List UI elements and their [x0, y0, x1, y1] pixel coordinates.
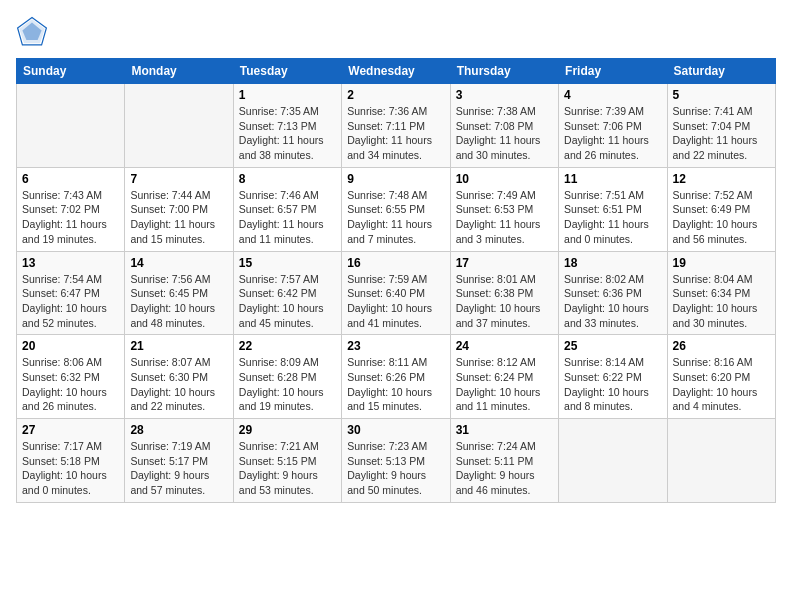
day-detail: Sunrise: 7:49 AMSunset: 6:53 PMDaylight:…: [456, 188, 553, 247]
week-row-5: 27Sunrise: 7:17 AMSunset: 5:18 PMDayligh…: [17, 419, 776, 503]
day-detail: Sunrise: 7:23 AMSunset: 5:13 PMDaylight:…: [347, 439, 444, 498]
day-number: 21: [130, 339, 227, 353]
day-detail: Sunrise: 7:36 AMSunset: 7:11 PMDaylight:…: [347, 104, 444, 163]
day-number: 13: [22, 256, 119, 270]
calendar-cell: 10Sunrise: 7:49 AMSunset: 6:53 PMDayligh…: [450, 167, 558, 251]
logo: [16, 16, 52, 48]
calendar-cell: 18Sunrise: 8:02 AMSunset: 6:36 PMDayligh…: [559, 251, 667, 335]
calendar-cell: 5Sunrise: 7:41 AMSunset: 7:04 PMDaylight…: [667, 84, 775, 168]
calendar-cell: 7Sunrise: 7:44 AMSunset: 7:00 PMDaylight…: [125, 167, 233, 251]
day-number: 9: [347, 172, 444, 186]
col-header-saturday: Saturday: [667, 59, 775, 84]
day-number: 12: [673, 172, 770, 186]
calendar-cell: 20Sunrise: 8:06 AMSunset: 6:32 PMDayligh…: [17, 335, 125, 419]
calendar-table: SundayMondayTuesdayWednesdayThursdayFrid…: [16, 58, 776, 503]
day-detail: Sunrise: 7:43 AMSunset: 7:02 PMDaylight:…: [22, 188, 119, 247]
calendar-cell: 16Sunrise: 7:59 AMSunset: 6:40 PMDayligh…: [342, 251, 450, 335]
day-detail: Sunrise: 8:09 AMSunset: 6:28 PMDaylight:…: [239, 355, 336, 414]
col-header-thursday: Thursday: [450, 59, 558, 84]
day-detail: Sunrise: 8:14 AMSunset: 6:22 PMDaylight:…: [564, 355, 661, 414]
day-detail: Sunrise: 7:57 AMSunset: 6:42 PMDaylight:…: [239, 272, 336, 331]
day-number: 19: [673, 256, 770, 270]
day-number: 11: [564, 172, 661, 186]
day-number: 1: [239, 88, 336, 102]
day-number: 7: [130, 172, 227, 186]
page-header: [16, 16, 776, 48]
calendar-cell: [125, 84, 233, 168]
day-number: 20: [22, 339, 119, 353]
col-header-sunday: Sunday: [17, 59, 125, 84]
day-detail: Sunrise: 7:56 AMSunset: 6:45 PMDaylight:…: [130, 272, 227, 331]
calendar-cell: 31Sunrise: 7:24 AMSunset: 5:11 PMDayligh…: [450, 419, 558, 503]
day-detail: Sunrise: 7:51 AMSunset: 6:51 PMDaylight:…: [564, 188, 661, 247]
calendar-cell: 6Sunrise: 7:43 AMSunset: 7:02 PMDaylight…: [17, 167, 125, 251]
calendar-cell: 11Sunrise: 7:51 AMSunset: 6:51 PMDayligh…: [559, 167, 667, 251]
week-row-1: 1Sunrise: 7:35 AMSunset: 7:13 PMDaylight…: [17, 84, 776, 168]
logo-icon: [16, 16, 48, 48]
day-number: 18: [564, 256, 661, 270]
day-number: 2: [347, 88, 444, 102]
day-detail: Sunrise: 7:39 AMSunset: 7:06 PMDaylight:…: [564, 104, 661, 163]
calendar-cell: [559, 419, 667, 503]
day-number: 4: [564, 88, 661, 102]
calendar-cell: 22Sunrise: 8:09 AMSunset: 6:28 PMDayligh…: [233, 335, 341, 419]
calendar-cell: 28Sunrise: 7:19 AMSunset: 5:17 PMDayligh…: [125, 419, 233, 503]
calendar-cell: 15Sunrise: 7:57 AMSunset: 6:42 PMDayligh…: [233, 251, 341, 335]
day-number: 28: [130, 423, 227, 437]
day-detail: Sunrise: 8:16 AMSunset: 6:20 PMDaylight:…: [673, 355, 770, 414]
calendar-cell: 8Sunrise: 7:46 AMSunset: 6:57 PMDaylight…: [233, 167, 341, 251]
calendar-cell: 21Sunrise: 8:07 AMSunset: 6:30 PMDayligh…: [125, 335, 233, 419]
day-detail: Sunrise: 7:21 AMSunset: 5:15 PMDaylight:…: [239, 439, 336, 498]
calendar-cell: 25Sunrise: 8:14 AMSunset: 6:22 PMDayligh…: [559, 335, 667, 419]
day-number: 22: [239, 339, 336, 353]
calendar-cell: 4Sunrise: 7:39 AMSunset: 7:06 PMDaylight…: [559, 84, 667, 168]
day-detail: Sunrise: 7:35 AMSunset: 7:13 PMDaylight:…: [239, 104, 336, 163]
calendar-cell: 2Sunrise: 7:36 AMSunset: 7:11 PMDaylight…: [342, 84, 450, 168]
calendar-cell: 12Sunrise: 7:52 AMSunset: 6:49 PMDayligh…: [667, 167, 775, 251]
day-number: 6: [22, 172, 119, 186]
col-header-friday: Friday: [559, 59, 667, 84]
calendar-cell: 3Sunrise: 7:38 AMSunset: 7:08 PMDaylight…: [450, 84, 558, 168]
day-number: 5: [673, 88, 770, 102]
day-number: 26: [673, 339, 770, 353]
calendar-cell: 9Sunrise: 7:48 AMSunset: 6:55 PMDaylight…: [342, 167, 450, 251]
calendar-cell: 24Sunrise: 8:12 AMSunset: 6:24 PMDayligh…: [450, 335, 558, 419]
day-number: 8: [239, 172, 336, 186]
calendar-cell: 30Sunrise: 7:23 AMSunset: 5:13 PMDayligh…: [342, 419, 450, 503]
day-detail: Sunrise: 7:48 AMSunset: 6:55 PMDaylight:…: [347, 188, 444, 247]
calendar-cell: [667, 419, 775, 503]
calendar-cell: 29Sunrise: 7:21 AMSunset: 5:15 PMDayligh…: [233, 419, 341, 503]
day-number: 15: [239, 256, 336, 270]
day-detail: Sunrise: 7:44 AMSunset: 7:00 PMDaylight:…: [130, 188, 227, 247]
day-number: 27: [22, 423, 119, 437]
col-header-tuesday: Tuesday: [233, 59, 341, 84]
calendar-cell: 1Sunrise: 7:35 AMSunset: 7:13 PMDaylight…: [233, 84, 341, 168]
day-detail: Sunrise: 8:11 AMSunset: 6:26 PMDaylight:…: [347, 355, 444, 414]
day-detail: Sunrise: 7:41 AMSunset: 7:04 PMDaylight:…: [673, 104, 770, 163]
day-number: 23: [347, 339, 444, 353]
calendar-cell: 27Sunrise: 7:17 AMSunset: 5:18 PMDayligh…: [17, 419, 125, 503]
day-number: 31: [456, 423, 553, 437]
calendar-cell: 17Sunrise: 8:01 AMSunset: 6:38 PMDayligh…: [450, 251, 558, 335]
week-row-3: 13Sunrise: 7:54 AMSunset: 6:47 PMDayligh…: [17, 251, 776, 335]
calendar-cell: [17, 84, 125, 168]
day-number: 14: [130, 256, 227, 270]
day-number: 10: [456, 172, 553, 186]
calendar-cell: 14Sunrise: 7:56 AMSunset: 6:45 PMDayligh…: [125, 251, 233, 335]
calendar-cell: 23Sunrise: 8:11 AMSunset: 6:26 PMDayligh…: [342, 335, 450, 419]
day-detail: Sunrise: 8:01 AMSunset: 6:38 PMDaylight:…: [456, 272, 553, 331]
day-detail: Sunrise: 7:19 AMSunset: 5:17 PMDaylight:…: [130, 439, 227, 498]
col-header-wednesday: Wednesday: [342, 59, 450, 84]
day-detail: Sunrise: 7:38 AMSunset: 7:08 PMDaylight:…: [456, 104, 553, 163]
day-detail: Sunrise: 7:46 AMSunset: 6:57 PMDaylight:…: [239, 188, 336, 247]
day-number: 30: [347, 423, 444, 437]
day-detail: Sunrise: 7:54 AMSunset: 6:47 PMDaylight:…: [22, 272, 119, 331]
calendar-cell: 26Sunrise: 8:16 AMSunset: 6:20 PMDayligh…: [667, 335, 775, 419]
week-row-2: 6Sunrise: 7:43 AMSunset: 7:02 PMDaylight…: [17, 167, 776, 251]
day-detail: Sunrise: 8:04 AMSunset: 6:34 PMDaylight:…: [673, 272, 770, 331]
calendar-cell: 19Sunrise: 8:04 AMSunset: 6:34 PMDayligh…: [667, 251, 775, 335]
day-detail: Sunrise: 8:02 AMSunset: 6:36 PMDaylight:…: [564, 272, 661, 331]
calendar-cell: 13Sunrise: 7:54 AMSunset: 6:47 PMDayligh…: [17, 251, 125, 335]
day-detail: Sunrise: 7:52 AMSunset: 6:49 PMDaylight:…: [673, 188, 770, 247]
day-detail: Sunrise: 8:07 AMSunset: 6:30 PMDaylight:…: [130, 355, 227, 414]
